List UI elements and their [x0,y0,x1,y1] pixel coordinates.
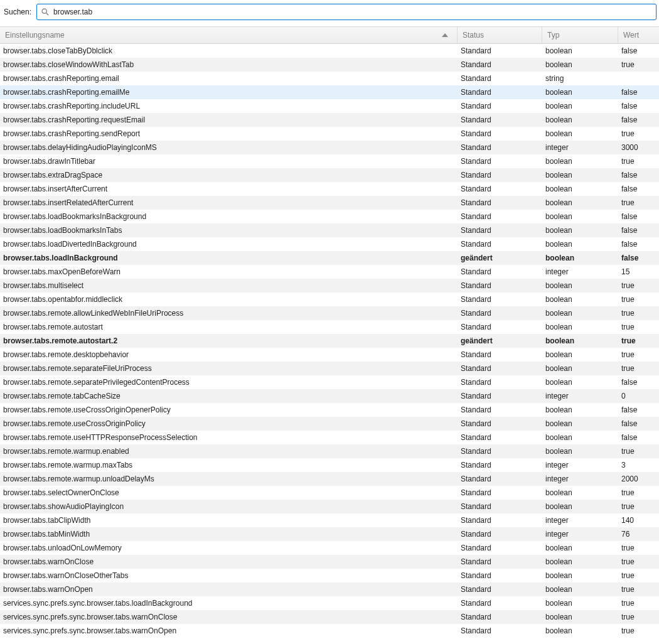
pref-cell-value: false [618,185,659,193]
pref-cell-status: Standard [458,226,542,235]
table-row[interactable]: browser.tabs.opentabfor.middleclickStand… [0,292,659,306]
pref-cell-status: Standard [458,185,542,193]
pref-cell-name: browser.tabs.extraDragSpace [0,171,458,180]
table-row[interactable]: browser.tabs.crashReporting.emailMeStand… [0,85,659,99]
pref-cell-status: Standard [458,143,542,152]
table-row[interactable]: services.sync.prefs.sync.browser.tabs.wa… [0,610,659,624]
table-row[interactable]: browser.tabs.warnOnOpenStandardbooleantr… [0,582,659,596]
pref-cell-type: boolean [542,585,618,594]
table-row[interactable]: browser.tabs.remote.warmup.unloadDelayMs… [0,472,659,486]
pref-cell-status: Standard [458,157,542,166]
pref-cell-type: boolean [542,488,618,497]
table-row[interactable]: services.sync.prefs.sync.browser.tabs.lo… [0,596,659,610]
table-row[interactable]: browser.tabs.showAudioPlayingIconStandar… [0,500,659,513]
column-header-type[interactable]: Typ [542,27,618,43]
pref-cell-name: browser.tabs.remote.autostart [0,323,458,331]
table-row[interactable]: browser.tabs.selectOwnerOnCloseStandardb… [0,486,659,500]
pref-cell-name: browser.tabs.delayHidingAudioPlayingIcon… [0,143,458,152]
pref-cell-status: Standard [458,419,542,428]
table-row[interactable]: browser.tabs.loadBookmarksInTabsStandard… [0,223,659,237]
pref-cell-status: Standard [458,530,542,539]
table-row[interactable]: browser.tabs.loadBookmarksInBackgroundSt… [0,210,659,223]
table-row[interactable]: browser.tabs.crashReporting.emailStandar… [0,72,659,85]
pref-cell-name: browser.tabs.remote.tabCacheSize [0,392,458,400]
search-icon [41,8,50,16]
pref-cell-name: browser.tabs.tabMinWidth [0,530,458,539]
pref-cell-value: false [618,419,659,428]
table-row[interactable]: browser.tabs.delayHidingAudioPlayingIcon… [0,141,659,154]
table-row[interactable]: browser.tabs.loadDivertedInBackgroundSta… [0,237,659,251]
table-row[interactable]: browser.tabs.remote.useHTTPResponseProce… [0,431,659,444]
pref-cell-status: Standard [458,516,542,525]
table-row[interactable]: browser.tabs.warnOnCloseOtherTabsStandar… [0,569,659,582]
table-row[interactable]: browser.tabs.crashReporting.sendReportSt… [0,127,659,141]
pref-cell-type: boolean [542,254,618,262]
pref-cell-value: true [618,323,659,331]
pref-cell-status: Standard [458,544,542,552]
table-row[interactable]: browser.tabs.remote.allowLinkedWebInFile… [0,306,659,320]
pref-cell-value: false [618,212,659,221]
table-row[interactable]: browser.tabs.maxOpenBeforeWarnStandardin… [0,265,659,279]
table-row[interactable]: browser.tabs.unloadOnLowMemoryStandardbo… [0,541,659,555]
pref-cell-name: browser.tabs.remote.separateFileUriProce… [0,364,458,373]
table-row[interactable]: browser.tabs.remote.useCrossOriginPolicy… [0,417,659,431]
pref-cell-name: browser.tabs.tabClipWidth [0,516,458,525]
table-row[interactable]: browser.tabs.closeTabByDblclickStandardb… [0,44,659,58]
pref-cell-type: boolean [542,571,618,580]
table-row[interactable]: browser.tabs.extraDragSpaceStandardboole… [0,168,659,182]
pref-cell-type: boolean [542,129,618,138]
table-row[interactable]: browser.tabs.warnOnCloseStandardbooleant… [0,555,659,569]
table-row[interactable]: browser.tabs.remote.desktopbehaviorStand… [0,348,659,362]
pref-cell-type: boolean [542,281,618,290]
table-row[interactable]: browser.tabs.remote.separateFileUriProce… [0,362,659,375]
pref-cell-type: boolean [542,115,618,124]
table-row[interactable]: services.sync.prefs.sync.browser.tabs.wa… [0,624,659,638]
pref-cell-type: boolean [542,378,618,387]
search-box[interactable] [36,4,656,20]
column-header-status[interactable]: Status [458,27,542,43]
column-header-value[interactable]: Wert [618,27,659,43]
pref-cell-type: integer [542,461,618,470]
pref-cell-name: browser.tabs.remote.useHTTPResponseProce… [0,433,458,442]
table-row[interactable]: browser.tabs.tabClipWidthStandardinteger… [0,513,659,527]
pref-cell-type: boolean [542,60,618,69]
column-header-name-label: Einstellungsname [5,31,65,40]
pref-cell-value: false [618,171,659,180]
pref-cell-value: true [618,129,659,138]
pref-cell-status: Standard [458,115,542,124]
table-row[interactable]: browser.tabs.drawInTitlebarStandardboole… [0,154,659,168]
pref-cell-type: boolean [542,102,618,110]
table-row[interactable]: browser.tabs.closeWindowWithLastTabStand… [0,58,659,72]
column-header-name[interactable]: Einstellungsname [0,27,458,43]
table-row[interactable]: browser.tabs.remote.tabCacheSizeStandard… [0,389,659,403]
pref-cell-name: browser.tabs.remote.desktopbehavior [0,350,458,359]
pref-cell-status: geändert [458,336,542,345]
pref-cell-name: browser.tabs.remote.useCrossOriginPolicy [0,419,458,428]
pref-cell-name: browser.tabs.multiselect [0,281,458,290]
pref-cell-status: Standard [458,626,542,635]
pref-cell-type: boolean [542,557,618,566]
table-row[interactable]: browser.tabs.remote.warmup.enabledStanda… [0,444,659,458]
pref-cell-type: boolean [542,309,618,318]
search-input[interactable] [52,4,652,19]
column-header-type-label: Typ [547,31,559,40]
pref-cell-value: true [618,198,659,207]
table-row[interactable]: browser.tabs.remote.warmup.maxTabsStanda… [0,458,659,472]
pref-cell-status: Standard [458,323,542,331]
table-row[interactable]: browser.tabs.insertAfterCurrentStandardb… [0,182,659,196]
pref-cell-type: boolean [542,544,618,552]
table-row[interactable]: browser.tabs.remote.autostart.2geändertb… [0,334,659,348]
table-row[interactable]: browser.tabs.remote.useCrossOriginOpener… [0,403,659,417]
table-row[interactable]: browser.tabs.remote.separatePrivilegedCo… [0,375,659,389]
sort-ascending-icon [442,33,452,37]
table-row[interactable]: browser.tabs.remote.autostartStandardboo… [0,320,659,334]
pref-cell-name: browser.tabs.crashReporting.includeURL [0,102,458,110]
table-row[interactable]: browser.tabs.crashReporting.includeURLSt… [0,99,659,113]
table-row[interactable]: browser.tabs.loadInBackgroundgeändertboo… [0,251,659,265]
table-row[interactable]: browser.tabs.crashReporting.requestEmail… [0,113,659,127]
pref-cell-name: browser.tabs.insertAfterCurrent [0,185,458,193]
table-row[interactable]: browser.tabs.tabMinWidthStandardinteger7… [0,527,659,541]
table-row[interactable]: browser.tabs.insertRelatedAfterCurrentSt… [0,196,659,210]
table-row[interactable]: browser.tabs.multiselectStandardbooleant… [0,279,659,292]
pref-cell-status: Standard [458,46,542,55]
